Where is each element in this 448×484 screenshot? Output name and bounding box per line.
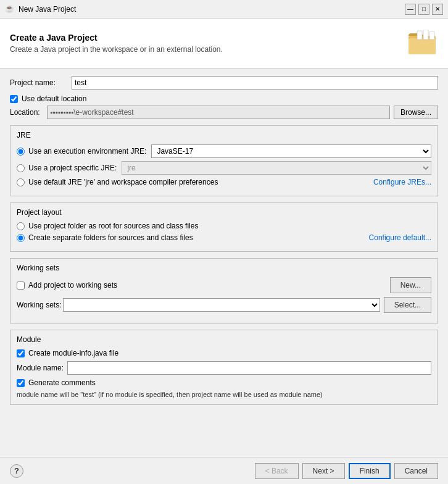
module-name-input[interactable]: [67, 361, 431, 375]
svg-rect-1: [409, 38, 436, 54]
maximize-button[interactable]: □: [418, 4, 429, 15]
create-module-checkbox[interactable]: [17, 349, 25, 357]
working-sets-label: Working sets: [17, 264, 431, 272]
layout-separate-label: Create separate folders for sources and …: [28, 233, 193, 242]
working-sets-checkbox-row: Add project to working sets New...: [17, 277, 431, 293]
generate-comments-checkbox-row: Generate comments: [17, 378, 431, 387]
working-sets-input-row: Working sets: Select...: [17, 297, 431, 313]
button-row: ? < Back Next > Finish Cancel: [0, 457, 448, 484]
configure-default-link[interactable]: Configure default...: [369, 233, 431, 242]
app-icon: ☕: [5, 4, 15, 14]
dialog-subtitle: Create a Java project in the workspace o…: [10, 45, 223, 54]
location-label: Location:: [10, 108, 47, 117]
window-controls: — □ ✕: [405, 4, 443, 15]
create-module-checkbox-row: Create module-info.java file: [17, 349, 431, 357]
svg-rect-2: [417, 31, 422, 40]
layout-root-radio[interactable]: [17, 222, 25, 230]
location-input[interactable]: [47, 106, 390, 119]
new-working-set-button[interactable]: New...: [390, 277, 431, 293]
minimize-button[interactable]: —: [405, 4, 416, 15]
generate-comments-label: Generate comments: [28, 378, 96, 387]
generate-comments-checkbox[interactable]: [17, 379, 25, 387]
jre-specific-radio[interactable]: [17, 164, 25, 172]
svg-rect-3: [423, 30, 428, 40]
jre-radio2-row: Use a project specific JRE: jre: [17, 161, 431, 175]
jre-execution-radio[interactable]: [17, 148, 25, 156]
layout-root-label: Use project folder as root for sources a…: [28, 222, 198, 230]
jre-default-label: Use default JRE 'jre' and workspace comp…: [28, 178, 218, 186]
layout-separate-radio[interactable]: [17, 234, 25, 242]
working-sets-select[interactable]: [63, 298, 380, 312]
default-location-label: Use default location: [22, 94, 86, 103]
folder-icon: [406, 27, 438, 59]
dialog-content: Project name: Use default location Locat…: [0, 69, 448, 457]
configure-jres-link[interactable]: Configure JREs...: [373, 178, 431, 186]
project-name-row: Project name:: [10, 76, 438, 90]
create-module-label: Create module-info.java file: [28, 349, 118, 357]
finish-button[interactable]: Finish: [349, 463, 391, 479]
jre-version-select[interactable]: JavaSE-17 JavaSE-11 JavaSE-8: [151, 144, 431, 158]
module-section-label: Module: [17, 335, 431, 344]
module-section: Module Create module-info.java file Modu…: [10, 330, 438, 405]
jre-default-radio[interactable]: [17, 178, 25, 186]
dialog-title: Create a Java Project: [10, 33, 223, 43]
jre-specific-label: Use a project specific JRE:: [28, 164, 117, 172]
layout-radio2-row: Create separate folders for sources and …: [17, 233, 431, 242]
title-bar: ☕ New Java Project — □ ✕: [0, 0, 448, 19]
jre-section-label: JRE: [17, 131, 431, 140]
svg-rect-4: [429, 31, 434, 40]
module-hint: module name will be "test" (if no module…: [17, 391, 431, 398]
project-layout-section: Project layout Use project folder as roo…: [10, 202, 438, 252]
location-row: Location: Browse...: [10, 106, 438, 119]
jre-specific-select[interactable]: jre: [122, 161, 431, 175]
project-name-input[interactable]: [72, 76, 438, 90]
next-button[interactable]: Next >: [302, 463, 345, 479]
working-sets-checkbox[interactable]: [17, 282, 25, 290]
project-name-label: Project name:: [10, 78, 72, 87]
window-title: New Java Project: [19, 5, 405, 14]
default-location-checkbox-row: Use default location: [10, 94, 438, 103]
working-sets-checkbox-label: Add project to working sets: [28, 281, 117, 290]
dialog-header: Create a Java Project Create a Java proj…: [0, 19, 448, 69]
close-button[interactable]: ✕: [432, 4, 443, 15]
working-sets-section: Working sets Add project to working sets…: [10, 258, 438, 323]
jre-radio3-row: Use default JRE 'jre' and workspace comp…: [17, 178, 431, 186]
navigation-buttons: < Back Next > Finish Cancel: [255, 463, 438, 479]
module-name-row: Module name:: [17, 361, 431, 375]
select-working-set-button[interactable]: Select...: [384, 297, 431, 313]
back-button[interactable]: < Back: [255, 463, 299, 479]
browse-button[interactable]: Browse...: [394, 106, 438, 119]
default-location-checkbox[interactable]: [10, 95, 18, 103]
project-layout-label: Project layout: [17, 208, 431, 217]
layout-radio1-row: Use project folder as root for sources a…: [17, 222, 431, 230]
jre-section: JRE Use an execution environment JRE: Ja…: [10, 125, 438, 196]
jre-radio1-row: Use an execution environment JRE: JavaSE…: [17, 144, 431, 158]
module-name-label: Module name:: [17, 364, 67, 372]
help-button[interactable]: ?: [10, 464, 23, 478]
jre-execution-label: Use an execution environment JRE:: [28, 147, 146, 156]
working-sets-field-label: Working sets:: [17, 301, 63, 309]
cancel-button[interactable]: Cancel: [394, 463, 438, 479]
header-text: Create a Java Project Create a Java proj…: [10, 33, 223, 54]
